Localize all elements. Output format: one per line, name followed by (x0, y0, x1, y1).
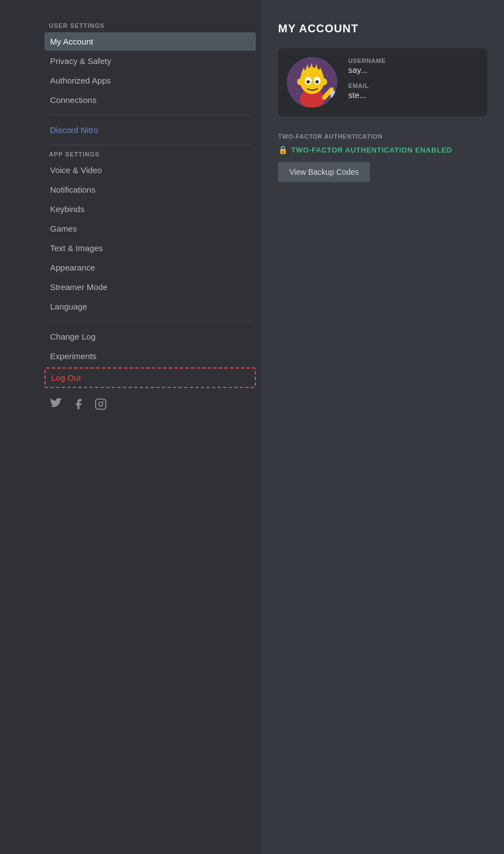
sidebar-item-text-images[interactable]: Text & Images (45, 239, 256, 257)
sidebar-item-label: Discord Nitro (50, 125, 98, 135)
sidebar-item-label: Games (50, 224, 77, 233)
sidebar-item-label: Privacy & Safety (50, 56, 111, 66)
sidebar-item-experiments[interactable]: Experiments (45, 347, 256, 365)
sidebar-item-label: Authorized Apps (50, 76, 111, 85)
tfa-section: TWO-FACTOR AUTHENTICATION 🔒 TWO-FACTOR A… (278, 133, 487, 182)
svg-point-1 (98, 402, 102, 406)
facebook-icon[interactable] (72, 398, 85, 413)
sidebar-item-nitro[interactable]: Discord Nitro (45, 121, 256, 139)
user-settings-label: USER SETTINGS (45, 22, 256, 29)
email-label: EMAIL (348, 82, 478, 89)
profile-info: USERNAME say... EMAIL ste... (348, 57, 478, 107)
sidebar-item-notifications[interactable]: Notifications (45, 180, 256, 199)
profile-card: USERNAME say... EMAIL ste... (278, 48, 487, 116)
sidebar-item-label: Appearance (50, 263, 95, 272)
svg-point-12 (322, 78, 327, 85)
svg-point-15 (307, 80, 310, 84)
sidebar-item-label: My Account (50, 37, 93, 46)
sidebar-item-label: Streamer Mode (50, 282, 107, 292)
tfa-status: 🔒 TWO-FACTOR AUTHENTICATION ENABLED (278, 145, 487, 154)
avatar (287, 57, 337, 107)
sidebar-item-label: Voice & Video (50, 165, 102, 175)
main-content: MY ACCOUNT (261, 0, 504, 854)
svg-point-11 (297, 78, 303, 85)
tfa-status-text: TWO-FACTOR AUTHENTICATION ENABLED (291, 146, 452, 154)
lock-icon: 🔒 (278, 145, 288, 154)
sidebar-item-label: Change Log (50, 332, 96, 341)
sidebar-item-appearance[interactable]: Appearance (45, 258, 256, 277)
username-value: say... (348, 65, 478, 75)
sidebar-item-privacy-safety[interactable]: Privacy & Safety (45, 52, 256, 70)
svg-point-2 (103, 401, 104, 402)
page-title: MY ACCOUNT (278, 22, 487, 35)
sidebar: USER SETTINGS My Account Privacy & Safet… (0, 0, 261, 854)
sidebar-item-label: Notifications (50, 185, 96, 194)
email-value: ste... (348, 90, 478, 100)
sidebar-item-label: Text & Images (50, 243, 103, 253)
sidebar-item-streamer-mode[interactable]: Streamer Mode (45, 278, 256, 296)
sidebar-item-voice-video[interactable]: Voice & Video (45, 161, 256, 179)
sidebar-item-authorized-apps[interactable]: Authorized Apps (45, 71, 256, 90)
divider-1 (49, 115, 251, 115)
svg-rect-0 (96, 399, 106, 409)
svg-point-16 (315, 80, 319, 84)
sidebar-item-label: Keybinds (50, 204, 85, 214)
sidebar-item-label: Experiments (50, 351, 96, 361)
sidebar-item-language[interactable]: Language (45, 297, 256, 316)
svg-rect-18 (330, 91, 335, 97)
username-label: USERNAME (348, 57, 478, 64)
logout-label: Log Out (51, 373, 81, 382)
logout-button[interactable]: Log Out (45, 367, 256, 388)
app-settings-label: APP SETTINGS (45, 151, 256, 158)
sidebar-item-label: Connections (50, 95, 96, 105)
view-backup-codes-button[interactable]: View Backup Codes (278, 162, 370, 182)
instagram-icon[interactable] (95, 398, 107, 413)
twitter-icon[interactable] (50, 398, 62, 413)
sidebar-item-label: Language (50, 302, 87, 311)
divider-3 (49, 321, 251, 322)
social-row (45, 391, 256, 413)
sidebar-item-my-account[interactable]: My Account (45, 32, 256, 51)
sidebar-item-connections[interactable]: Connections (45, 91, 256, 109)
divider-2 (49, 145, 251, 145)
sidebar-item-games[interactable]: Games (45, 219, 256, 238)
sidebar-item-keybinds[interactable]: Keybinds (45, 200, 256, 218)
sidebar-item-change-log[interactable]: Change Log (45, 327, 256, 346)
tfa-section-label: TWO-FACTOR AUTHENTICATION (278, 133, 487, 140)
